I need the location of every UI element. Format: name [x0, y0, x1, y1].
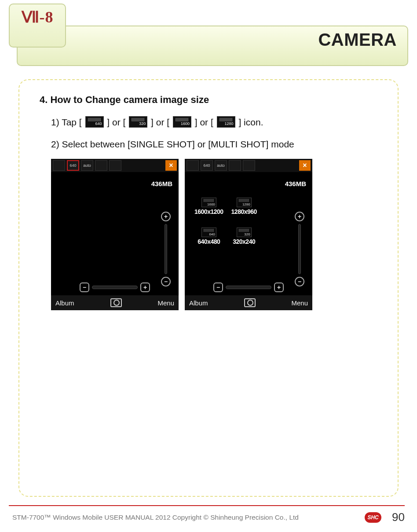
- toolbar-settings-icon[interactable]: [109, 160, 121, 171]
- camera-toolbar: 640 auto ×: [51, 159, 179, 172]
- resolution-grid: 1600 1600x1200 1280 1280x960 640 640x480…: [194, 198, 257, 245]
- size-320-icon: 320: [129, 116, 147, 128]
- section-heading: 4. How to Change camera image size: [40, 94, 380, 106]
- step-1: 1) Tap [ 640 ] or [ 320 ] or [ 1600 ] or…: [51, 115, 380, 129]
- brightness-track[interactable]: [92, 286, 138, 289]
- toolbar-wb-icon[interactable]: auto: [215, 160, 227, 171]
- shutter-icon[interactable]: [244, 298, 256, 307]
- brightness-track[interactable]: [226, 286, 271, 289]
- toolbar-settings-icon[interactable]: [243, 160, 255, 171]
- toolbar-wb-icon[interactable]: auto: [81, 160, 93, 171]
- storage-label: 436MB: [151, 180, 172, 187]
- album-button[interactable]: Album: [189, 299, 208, 307]
- step1-sep-3: ] or [: [195, 117, 213, 127]
- resolution-1600x1200[interactable]: 1600 1600x1200: [194, 198, 223, 215]
- zoom-in-button[interactable]: +: [161, 212, 171, 221]
- toolbar-fx-icon[interactable]: [95, 160, 107, 171]
- size-1600-icon: 1600: [201, 198, 216, 207]
- step1-prefix: 1) Tap [: [51, 117, 82, 127]
- phone-screenshot-1: 640 auto × 436MB + − − + Album Men: [51, 159, 179, 310]
- toolbar-fx-icon[interactable]: [229, 160, 241, 171]
- page-number: 90: [392, 510, 405, 524]
- chapter-number: Ⅶ-8: [22, 8, 54, 26]
- camera-toolbar: 640 auto ×: [185, 159, 312, 172]
- screenshots-row: 640 auto × 436MB + − − + Album Men: [51, 159, 380, 310]
- resolution-640x480[interactable]: 640 640x480: [194, 227, 223, 245]
- resolution-320x240[interactable]: 320 320x240: [231, 227, 257, 245]
- title-bar: CAMERA: [17, 26, 408, 66]
- menu-button[interactable]: Menu: [291, 299, 308, 307]
- zoom-slider[interactable]: + −: [161, 212, 171, 286]
- phone-screenshot-2: 640 auto × 436MB 1600 1600x1200 1280 128…: [185, 159, 312, 310]
- resolution-1280x960[interactable]: 1280 1280x960: [231, 198, 257, 215]
- resolution-label: 320x240: [233, 238, 255, 245]
- brightness-slider[interactable]: − +: [80, 282, 150, 293]
- menu-button[interactable]: Menu: [157, 299, 174, 307]
- zoom-in-button[interactable]: +: [295, 212, 304, 221]
- size-1280-icon: 1280: [237, 198, 252, 207]
- brightness-slider[interactable]: − +: [213, 282, 284, 293]
- step1-suffix: ] icon.: [238, 117, 263, 127]
- brightness-plus-button[interactable]: +: [140, 283, 150, 292]
- step1-sep-1: ] or [: [107, 117, 125, 127]
- step1-sep-2: ] or [: [151, 117, 169, 127]
- album-button[interactable]: Album: [55, 299, 74, 307]
- size-320-icon: 320: [237, 227, 252, 237]
- page-title: CAMERA: [318, 30, 397, 50]
- resolution-label: 1600x1200: [194, 208, 223, 215]
- size-640-icon: 640: [201, 227, 216, 237]
- camera-bottom-bar: Album Menu: [185, 295, 312, 310]
- toolbar-camera-icon[interactable]: [187, 160, 199, 171]
- brightness-minus-button[interactable]: −: [213, 283, 223, 292]
- brightness-minus-button[interactable]: −: [80, 283, 89, 292]
- camera-bottom-bar: Album Menu: [51, 295, 179, 310]
- resolution-label: 640x480: [198, 238, 220, 245]
- shc-badge: SHC: [365, 512, 381, 523]
- toolbar-size-icon[interactable]: 640: [201, 160, 213, 171]
- step-2: 2) Select between [SINGLE SHOT] or [MULT…: [51, 137, 380, 151]
- toolbar-size-icon[interactable]: 640: [67, 160, 79, 171]
- close-button[interactable]: ×: [299, 160, 311, 171]
- zoom-track[interactable]: [165, 224, 167, 274]
- size-1600-icon: 1600: [173, 116, 191, 128]
- storage-label: 436MB: [285, 180, 306, 187]
- toolbar-camera-icon[interactable]: [53, 160, 65, 171]
- zoom-out-button[interactable]: −: [295, 277, 304, 286]
- zoom-track[interactable]: [298, 224, 301, 274]
- chapter-tab: Ⅶ-8: [9, 4, 66, 48]
- shutter-icon[interactable]: [110, 298, 122, 307]
- close-button[interactable]: ×: [165, 160, 177, 171]
- zoom-slider[interactable]: + −: [295, 212, 304, 286]
- page-footer: STM-7700™ Windows Mobile USER MANUAL 201…: [9, 505, 405, 524]
- footer-text: STM-7700™ Windows Mobile USER MANUAL 201…: [9, 514, 360, 521]
- size-1280-icon: 1280: [217, 116, 235, 128]
- zoom-out-button[interactable]: −: [161, 277, 171, 286]
- content-panel: 4. How to Change camera image size 1) Ta…: [18, 79, 399, 497]
- resolution-label: 1280x960: [231, 208, 257, 215]
- brightness-plus-button[interactable]: +: [274, 283, 284, 292]
- size-640-icon: 640: [85, 116, 104, 128]
